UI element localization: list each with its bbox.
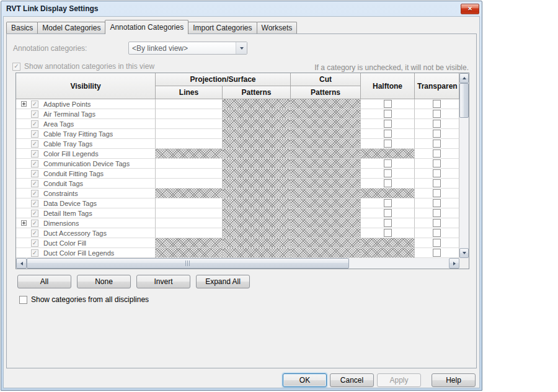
lines-cell[interactable] <box>156 218 223 228</box>
visibility-checkbox[interactable]: ✓ <box>31 170 38 177</box>
lines-cell[interactable] <box>156 208 223 218</box>
annotation-categories-dropdown[interactable]: <By linked view> <box>128 42 247 55</box>
transparent-checkbox[interactable] <box>433 229 441 237</box>
show-disciplines-checkbox[interactable] <box>19 296 27 304</box>
visibility-checkbox[interactable]: ✓ <box>31 229 38 237</box>
halftone-checkbox[interactable] <box>384 219 392 227</box>
visibility-checkbox[interactable]: ✓ <box>31 150 38 158</box>
visibility-checkbox[interactable]: ✓ <box>31 220 38 227</box>
annotation-categories-panel: Annotation categories: <By linked view> … <box>6 33 477 368</box>
halftone-checkbox[interactable] <box>384 100 392 108</box>
scroll-up-button[interactable] <box>459 73 469 83</box>
lines-cell[interactable] <box>156 228 223 238</box>
lines-cell[interactable] <box>156 139 223 149</box>
halftone-checkbox[interactable] <box>384 140 392 148</box>
visibility-checkbox[interactable]: ✓ <box>31 110 38 118</box>
visibility-checkbox[interactable]: ✓ <box>31 239 38 247</box>
horizontal-scrollbar[interactable] <box>16 258 469 269</box>
halftone-cell <box>361 198 415 208</box>
lines-cell <box>156 189 223 198</box>
expand-icon[interactable] <box>21 220 27 226</box>
transparent-checkbox[interactable] <box>433 249 441 257</box>
cut-patterns-cell <box>291 238 361 248</box>
cancel-button[interactable]: Cancel <box>330 373 374 387</box>
visibility-cell: ✓Cable Tray Tags <box>16 139 156 149</box>
lines-cell[interactable] <box>156 109 223 119</box>
visibility-checkbox[interactable]: ✓ <box>31 140 38 148</box>
transparent-checkbox[interactable] <box>433 140 441 148</box>
grid-header: Visibility Projection/Surface Lines Patt… <box>16 73 469 99</box>
tab-import-categories[interactable]: Import Categories <box>188 22 257 33</box>
transparent-checkbox[interactable] <box>433 100 441 108</box>
transparent-checkbox[interactable] <box>433 209 441 217</box>
invert-button[interactable]: Invert <box>136 275 190 288</box>
dropdown-button[interactable] <box>236 42 247 54</box>
visibility-cell: ✓Data Device Tags <box>16 198 156 208</box>
transparent-checkbox[interactable] <box>433 199 441 207</box>
visibility-checkbox[interactable]: ✓ <box>31 120 38 128</box>
tab-model-categories[interactable]: Model Categories <box>37 22 105 33</box>
lines-cell[interactable] <box>156 99 223 109</box>
lines-cell[interactable] <box>156 179 223 189</box>
transparent-checkbox[interactable] <box>433 239 441 247</box>
transparent-checkbox[interactable] <box>433 159 441 167</box>
halftone-checkbox[interactable] <box>384 199 392 207</box>
tab-worksets[interactable]: Worksets <box>257 22 298 33</box>
ok-button[interactable]: OK <box>283 373 327 387</box>
halftone-checkbox[interactable] <box>384 110 392 118</box>
help-button[interactable]: Help <box>432 373 476 387</box>
projection-patterns-cell <box>223 228 291 238</box>
scroll-left-button[interactable] <box>16 258 27 269</box>
close-icon: ✕ <box>467 6 472 12</box>
transparent-checkbox[interactable] <box>433 149 441 158</box>
close-button[interactable]: ✕ <box>461 4 479 14</box>
lines-cell[interactable] <box>156 119 223 129</box>
transparent-checkbox[interactable] <box>433 189 441 197</box>
titlebar[interactable]: RVT Link Display Settings ✕ <box>1 1 482 16</box>
lines-cell[interactable] <box>156 129 223 139</box>
transparent-cell <box>415 129 459 139</box>
horizontal-scrollbar-thumb[interactable] <box>27 258 349 269</box>
visibility-checkbox[interactable]: ✓ <box>31 130 38 138</box>
halftone-checkbox[interactable] <box>384 159 392 167</box>
visibility-checkbox[interactable]: ✓ <box>31 100 38 108</box>
vertical-scrollbar[interactable] <box>459 73 469 258</box>
scroll-right-button[interactable] <box>449 258 459 269</box>
lines-cell[interactable] <box>156 198 223 208</box>
lines-cell[interactable] <box>156 169 223 179</box>
visibility-checkbox[interactable]: ✓ <box>31 180 38 187</box>
scroll-down-button[interactable] <box>459 248 469 258</box>
projection-patterns-cell <box>223 169 291 179</box>
column-header-lines: Lines <box>156 86 223 99</box>
transparent-checkbox[interactable] <box>433 169 441 177</box>
tab-basics[interactable]: Basics <box>6 22 38 33</box>
expand-icon[interactable] <box>21 101 27 107</box>
visibility-cell: ✓Duct Color Fill Legends <box>16 248 156 258</box>
visibility-checkbox[interactable]: ✓ <box>31 190 38 197</box>
expand-all-button[interactable]: Expand All <box>196 275 250 288</box>
halftone-checkbox[interactable] <box>384 120 392 128</box>
visibility-checkbox[interactable]: ✓ <box>31 160 38 167</box>
halftone-checkbox[interactable] <box>384 209 392 217</box>
lines-cell[interactable] <box>156 159 223 169</box>
show-annotation-categories-checkbox[interactable]: ✓ <box>12 63 20 71</box>
visibility-checkbox[interactable]: ✓ <box>31 200 38 207</box>
transparent-checkbox[interactable] <box>433 120 441 128</box>
all-button[interactable]: All <box>17 275 71 288</box>
apply-button[interactable]: Apply <box>377 373 421 387</box>
halftone-checkbox[interactable] <box>384 169 392 177</box>
halftone-checkbox[interactable] <box>384 179 392 187</box>
vertical-scrollbar-thumb[interactable] <box>459 83 469 118</box>
transparent-checkbox[interactable] <box>433 130 441 138</box>
visibility-checkbox[interactable]: ✓ <box>31 249 38 257</box>
halftone-checkbox[interactable] <box>384 130 392 138</box>
visibility-checkbox[interactable]: ✓ <box>31 210 38 217</box>
none-button[interactable]: None <box>77 275 131 288</box>
transparent-checkbox[interactable] <box>433 110 441 118</box>
show-annotation-categories-row: ✓ Show annotation categories in this vie… <box>12 62 154 71</box>
transparent-checkbox[interactable] <box>433 179 441 187</box>
halftone-cell <box>361 208 415 218</box>
halftone-checkbox[interactable] <box>384 229 392 237</box>
tab-annotation-categories[interactable]: Annotation Categories <box>105 20 188 34</box>
transparent-checkbox[interactable] <box>433 219 441 227</box>
